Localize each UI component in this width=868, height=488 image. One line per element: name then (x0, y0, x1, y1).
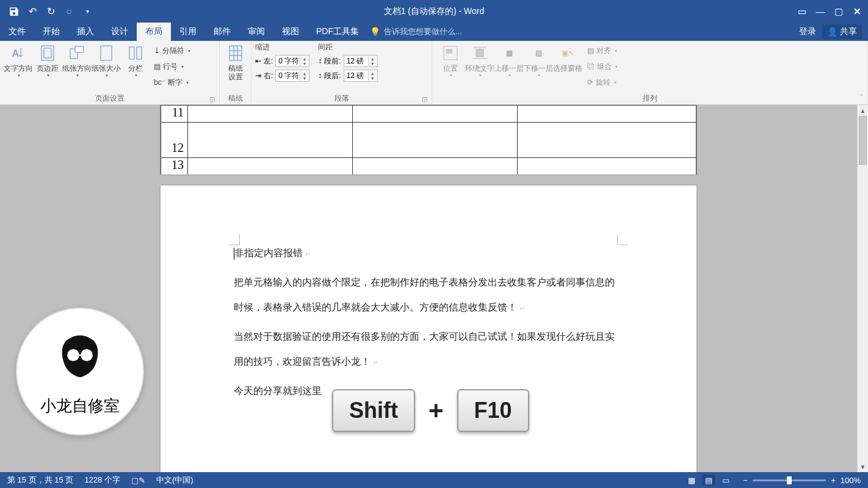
table-cell[interactable] (188, 106, 353, 123)
hyphenation-button[interactable]: bc⁻断字▾ (154, 76, 190, 88)
bring-forward-button[interactable]: ▦上移一层▾ (494, 43, 524, 91)
tab-mail[interactable]: 邮件 (205, 23, 239, 41)
paragraph[interactable]: 非指定内容报错↵ (234, 240, 623, 266)
columns-icon (126, 45, 145, 62)
margins-button[interactable]: 页边距▾ (33, 43, 62, 91)
ribbon: A文字方向▾ 页边距▾ 纸张方向▾ 纸张大小▾ 分栏▾ ⤓分隔符▾ ▤行号▾ b… (0, 41, 868, 105)
zoom-knob[interactable] (787, 476, 792, 484)
keycap-shift: Shift (332, 389, 415, 432)
collapse-ribbon-icon[interactable]: ˄ (859, 93, 863, 102)
page-setup-launcher[interactable]: ◲ (209, 96, 217, 103)
indent-left-input[interactable]: 0 字符▲▼ (275, 55, 309, 67)
indent-right-label: 右: (264, 71, 273, 81)
spinner-up-icon[interactable]: ▲ (368, 56, 377, 61)
view-print-icon[interactable]: ▤ (702, 475, 715, 486)
position-button[interactable]: 位置▾ (436, 43, 465, 91)
login-button[interactable]: 登录 (799, 26, 816, 37)
group-button[interactable]: ⿻组合▾ (587, 60, 618, 73)
spinner-down-icon[interactable]: ▼ (368, 76, 377, 81)
wrap-text-button[interactable]: 环绕文字▾ (465, 43, 494, 91)
indent-left-value: 0 字符 (278, 56, 299, 66)
redo-icon[interactable]: ↻ (45, 6, 56, 17)
table-cell[interactable] (188, 158, 353, 175)
scroll-up-icon[interactable]: ▲ (858, 105, 868, 116)
tab-view[interactable]: 视图 (273, 23, 308, 41)
align-button[interactable]: ▤对齐▾ (587, 45, 618, 57)
indent-right-input[interactable]: 0 字符▲▼ (275, 70, 309, 82)
zoom-control[interactable]: − + 100% (743, 476, 861, 485)
text-direction-button[interactable]: A文字方向▾ (4, 43, 33, 91)
rotate-label: 旋转 (596, 77, 610, 88)
save-icon[interactable] (9, 6, 20, 17)
view-read-icon[interactable]: ▦ (685, 475, 698, 486)
spacing-after-input[interactable]: 12 磅▲▼ (344, 70, 378, 82)
zoom-slider[interactable] (753, 479, 826, 481)
line-numbers-button[interactable]: ▤行号▾ (154, 60, 190, 73)
table-cell[interactable] (188, 123, 353, 158)
paragraph[interactable]: 当然对于数据验证的使用还有很多别的方面，大家可以自己试试！如果发现什么好玩且实用… (234, 324, 623, 375)
table-cell-num[interactable]: 13 (161, 158, 188, 175)
send-backward-button[interactable]: ▨下移一层▾ (524, 43, 553, 91)
qat-more-icon[interactable]: ○ (63, 6, 74, 17)
indent-right-value: 0 字符 (278, 71, 299, 81)
spinner-down-icon[interactable]: ▼ (368, 61, 377, 66)
tab-home[interactable]: 开始 (34, 23, 68, 41)
manuscript-settings-button[interactable]: 稿纸 设置 (223, 43, 247, 91)
tab-layout[interactable]: 布局 (137, 23, 171, 41)
table-cell[interactable] (518, 106, 696, 123)
share-button[interactable]: 👤共享 (822, 24, 862, 39)
manuscript-icon (226, 45, 245, 62)
table-cell[interactable] (518, 123, 696, 158)
vertical-scrollbar[interactable]: ▲ ▼ (857, 105, 868, 472)
paragraph-launcher[interactable]: ◲ (422, 96, 429, 103)
rotate-button[interactable]: ⟳旋转▾ (587, 76, 618, 88)
spinner-down-icon[interactable]: ▼ (300, 76, 308, 81)
minimize-icon[interactable]: — (814, 5, 826, 18)
tab-design[interactable]: 设计 (103, 23, 137, 41)
tab-file[interactable]: 文件 (0, 23, 34, 41)
spacing-before-input[interactable]: 12 磅▲▼ (344, 55, 378, 67)
breaks-button[interactable]: ⤓分隔符▾ (154, 45, 190, 57)
spinner-up-icon[interactable]: ▲ (368, 71, 377, 76)
group-icon: ⿻ (587, 62, 595, 71)
selection-pane-button[interactable]: ▣↖选择窗格 (553, 43, 582, 91)
status-page[interactable]: 第 15 页，共 15 页 (7, 475, 73, 486)
table-cell[interactable] (353, 106, 518, 123)
tab-pdf[interactable]: PDF工具集 (308, 23, 367, 41)
zoom-in-icon[interactable]: + (831, 476, 836, 485)
zoom-out-icon[interactable]: − (743, 476, 748, 485)
close-icon[interactable]: ✕ (851, 5, 863, 18)
breaks-icon: ⤓ (154, 46, 160, 55)
table-cell[interactable] (353, 123, 518, 158)
document-table[interactable]: 11 12 13 (161, 105, 696, 174)
ribbon-display-options-icon[interactable]: ▭ (796, 5, 808, 18)
scroll-thumb[interactable] (859, 116, 867, 165)
size-button[interactable]: 纸张大小▾ (92, 43, 121, 91)
paragraph[interactable]: 把单元格输入的内容做个限定，在把制作好的电子表格分发出去收集客户或者同事信息的时… (234, 270, 623, 320)
spinner-up-icon[interactable]: ▲ (300, 56, 308, 61)
svg-point-18 (67, 349, 79, 361)
tab-references[interactable]: 引用 (171, 23, 205, 41)
undo-icon[interactable]: ↶ (27, 6, 38, 17)
maximize-icon[interactable]: ▢ (833, 5, 845, 18)
table-cell[interactable] (353, 158, 518, 175)
view-web-icon[interactable]: ▭ (719, 475, 732, 486)
table-cell[interactable] (518, 158, 696, 175)
tell-me[interactable]: 💡告诉我您想要做什么... (370, 23, 462, 41)
table-cell-num[interactable]: 12 (161, 123, 188, 158)
spinner-up-icon[interactable]: ▲ (300, 71, 308, 76)
tab-insert[interactable]: 插入 (68, 23, 103, 41)
scroll-down-icon[interactable]: ▼ (858, 461, 868, 472)
tab-review[interactable]: 审阅 (239, 23, 273, 41)
table-cell-num[interactable]: 11 (161, 106, 188, 123)
status-language[interactable]: 中文(中国) (156, 475, 193, 486)
orientation-button[interactable]: 纸张方向▾ (62, 43, 92, 91)
spinner-down-icon[interactable]: ▼ (300, 61, 308, 66)
scroll-track[interactable] (858, 116, 868, 461)
qat-customize-icon[interactable]: ▾ (82, 6, 93, 17)
zoom-value[interactable]: 100% (841, 476, 861, 485)
columns-button[interactable]: 分栏▾ (121, 43, 150, 91)
svg-rect-6 (129, 47, 134, 59)
status-word-count[interactable]: 1228 个字 (84, 475, 120, 486)
status-proofing-icon[interactable]: ▢✎ (131, 476, 145, 485)
